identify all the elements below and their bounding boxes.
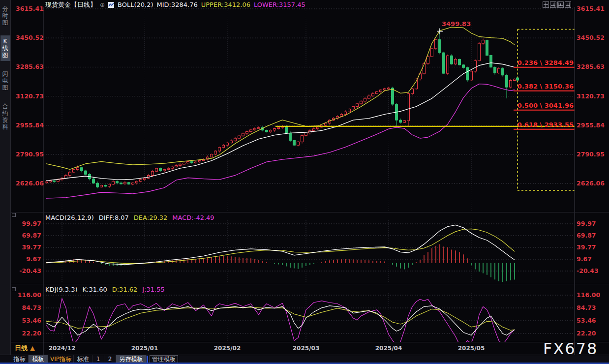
period-arrow-icon: ▲ [30,344,35,352]
candles [45,29,516,188]
bottom-tab-1[interactable]: 1 [92,355,104,363]
period-label: 日线 [15,344,28,352]
pin-icon[interactable]: ⊕ [100,1,105,8]
period-selector[interactable]: 日线▲ [15,344,35,353]
x-axis-date-label[interactable]: 2025/03 [293,345,319,352]
gridlines [43,8,575,341]
x-axis-date-label[interactable]: 2025/04 [375,345,402,352]
x-axis-date-label[interactable]: 2024/12 [49,345,75,352]
macd-panel [46,225,515,282]
peak-marker [437,28,443,34]
bottom-tab-另存模板[interactable]: 另存模板 [116,355,147,363]
fibonacci-retracement [514,29,575,190]
scale-expand-icon[interactable] [565,1,571,8]
x-axis-date-label[interactable]: 2025/05 [458,345,485,352]
toolbar-blue-marker [147,356,148,363]
bottom-toolbar: 指标模板VIP指标标准12另存模板管理模板 [0,355,609,363]
scale-right-icon[interactable] [557,1,564,8]
bottom-tab-VIP指标[interactable]: VIP指标 [48,355,74,363]
x-axis-date-label[interactable]: 2025/02 [214,345,241,352]
bottom-tab-管理模板[interactable]: 管理模板 [150,355,178,363]
chart-canvas[interactable] [0,0,609,364]
x-axis-date-label[interactable]: 2025/01 [131,345,158,352]
panel-borders [11,7,609,355]
current-price-marker [516,78,519,81]
bottom-tab-模板[interactable]: 模板 [29,355,48,363]
bottom-tab-标准[interactable]: 标准 [74,355,92,363]
bottom-tab-指标[interactable]: 指标 [11,355,29,363]
crosshair-icon[interactable] [543,1,549,8]
trading-app: 分时图K线图闪电图合约资料 现货黄金【日线】 ⊕ BOLL(20,2) MID:… [0,0,609,364]
indicator-icon[interactable] [108,2,114,8]
kdj-panel [46,299,515,346]
bottom-tab-2[interactable]: 2 [104,355,116,363]
scale-left-icon[interactable] [550,1,556,8]
